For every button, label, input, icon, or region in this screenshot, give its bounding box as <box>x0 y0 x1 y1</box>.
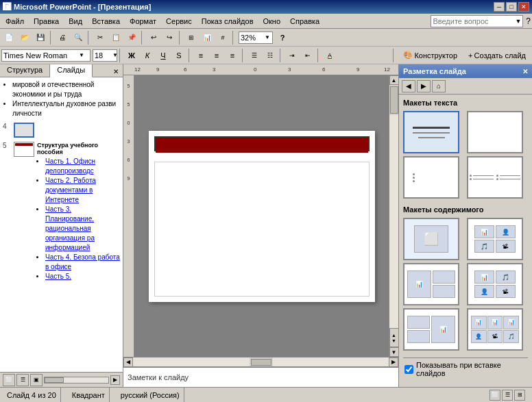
menu-slideshow[interactable]: Показ слайдов <box>197 16 258 27</box>
show-checkbox[interactable] <box>404 365 413 374</box>
new-slide-button[interactable]: + Создать слайд <box>463 49 531 62</box>
slide-item-5[interactable]: 5 Структура учебного пособия Часть 1. Оф… <box>1 140 121 283</box>
minimize-button[interactable]: ─ <box>494 2 505 12</box>
layout-c4-cell3: 👤 <box>474 285 494 298</box>
increase-indent[interactable]: ⇥ <box>285 48 300 63</box>
sidebar-view-normal[interactable]: ⬜ <box>3 374 15 386</box>
decrease-indent[interactable]: ⇤ <box>300 48 315 63</box>
layout-title[interactable] <box>403 111 459 153</box>
layout-line-short <box>418 137 445 138</box>
menu-window[interactable]: Окно <box>259 16 285 27</box>
view-outline-button[interactable]: ☰ <box>502 390 513 401</box>
menu-tools[interactable]: Сервис <box>162 16 196 27</box>
sidebar-view-slide[interactable]: ▣ <box>30 374 43 386</box>
undo-button[interactable]: ↩ <box>146 30 161 45</box>
font-dropdown-icon[interactable]: ▼ <box>79 52 84 58</box>
layout-two-col[interactable] <box>467 156 523 199</box>
slide-5-link-2[interactable]: Часть 2. Работа документами в Интернете <box>45 177 96 203</box>
underline-button[interactable]: Ч <box>156 48 171 63</box>
scroll-split[interactable]: ▲ ▼ <box>389 328 399 347</box>
grid-button[interactable]: # <box>215 30 230 45</box>
list-button[interactable]: ☰ <box>247 48 262 63</box>
panel-home-button[interactable]: ⌂ <box>432 80 446 92</box>
preview-button[interactable]: 🔍 <box>71 30 86 45</box>
panel-close-button[interactable]: ✕ <box>522 68 528 75</box>
scroll-left-button[interactable]: ◀ <box>123 357 133 367</box>
align-center-button[interactable]: ≡ <box>209 48 224 63</box>
menu-format[interactable]: Формат <box>125 16 160 27</box>
align-right-button[interactable]: ≡ <box>225 48 240 63</box>
save-button[interactable]: 💾 <box>33 30 48 45</box>
sidebar-scroll-right[interactable]: ▶ <box>110 375 120 385</box>
scroll-down-button[interactable]: ▼ <box>389 347 399 357</box>
layout-c2-cell1: 📊 <box>474 225 494 238</box>
menu-edit[interactable]: Правка <box>29 16 63 27</box>
sidebar-close-button[interactable]: ✕ <box>110 66 121 77</box>
table-button[interactable]: ⊞ <box>184 30 199 45</box>
notes-area[interactable]: Заметки к слайду <box>123 366 398 387</box>
size-input[interactable] <box>95 51 112 60</box>
menu-view[interactable]: Вид <box>64 16 86 27</box>
zoom-dropdown-icon[interactable]: ▼ <box>265 34 270 40</box>
layout-blank[interactable] <box>467 111 523 153</box>
layout-bullets[interactable] <box>403 156 459 199</box>
sidebar-scrollbar-thumb[interactable] <box>45 377 64 383</box>
scroll-up-button[interactable]: ▲ <box>389 75 399 85</box>
chart-button[interactable]: 📊 <box>200 30 215 45</box>
shadow-button[interactable]: S <box>171 48 186 63</box>
font-input[interactable] <box>3 51 79 60</box>
font-color-button[interactable]: A <box>322 48 337 63</box>
bold-button[interactable]: Ж <box>124 48 139 63</box>
layout-col-right-line-2 <box>496 178 520 180</box>
layout-content-4[interactable]: 📊 🎵 👤 📽 <box>467 263 523 305</box>
paste-button[interactable]: 📌 <box>124 30 139 45</box>
scroll-right-button[interactable]: ▶ <box>389 357 398 367</box>
open-button[interactable]: 📂 <box>17 30 32 45</box>
num-list-button[interactable]: ☷ <box>263 48 278 63</box>
menu-insert[interactable]: Вставка <box>88 16 124 27</box>
tab-structure[interactable]: Структура <box>0 64 50 77</box>
layout-content-3[interactable]: 📊 <box>403 263 459 305</box>
italic-button[interactable]: К <box>140 48 155 63</box>
slide-5-link-5[interactable]: Часть 5. <box>45 273 71 280</box>
slide-canvas[interactable] <box>149 131 375 302</box>
help-button[interactable]: ? <box>275 30 290 45</box>
copy-button[interactable]: 📋 <box>108 30 123 45</box>
slide-5-bullet-4: Часть 4. Безопа работа в офисе <box>45 253 120 272</box>
sidebar-view-outline[interactable]: ☰ <box>16 374 29 386</box>
panel-forward-button[interactable]: ▶ <box>417 80 431 92</box>
scrollbar-thumb-h[interactable] <box>251 359 271 366</box>
tab-slides[interactable]: Слайды <box>50 64 93 77</box>
menu-help[interactable]: Справка <box>286 16 324 27</box>
view-slidesorter-button[interactable]: ⊞ <box>514 390 525 401</box>
print-button[interactable]: 🖨 <box>55 30 70 45</box>
design-button[interactable]: 🎨 Конструктор <box>398 49 462 62</box>
layout-content-2-grid: 📊 👤 🎵 📽 <box>474 225 516 253</box>
search-input[interactable] <box>431 17 513 25</box>
slide-5-link-1[interactable]: Часть 1. Офисн делопроизводс <box>45 158 95 175</box>
bullet-item-1: мировой и отечественной экономики и ры т… <box>12 80 119 99</box>
menubar: Файл Правка Вид Вставка Формат Сервис По… <box>0 14 532 29</box>
layout-content-6[interactable]: 📊 📊 📊 👤 📽 🎵 <box>467 308 523 351</box>
help-icon[interactable]: ? <box>526 16 531 26</box>
size-dropdown-icon[interactable]: ▼ <box>112 52 118 58</box>
new-button[interactable]: 📄 <box>1 30 16 45</box>
close-button[interactable]: ✕ <box>518 2 529 12</box>
layout-content-2[interactable]: 📊 👤 🎵 📽 <box>467 218 523 260</box>
menu-file[interactable]: Файл <box>1 16 28 27</box>
view-normal-button[interactable]: ⬜ <box>489 390 500 401</box>
slide-item-4[interactable]: 4 <box>1 121 121 139</box>
zoom-input[interactable] <box>241 34 265 42</box>
slide-5-link-3[interactable]: Часть 3. Планирование, рациональная орга… <box>45 205 95 251</box>
slide-5-link-4[interactable]: Часть 4. Безопа работа в офисе <box>45 253 120 271</box>
layout-content-5[interactable]: 📊 <box>403 308 459 351</box>
panel-back-button[interactable]: ◀ <box>402 80 415 92</box>
redo-button[interactable]: ↪ <box>162 30 177 45</box>
cut-button[interactable]: ✂ <box>93 30 108 45</box>
align-left-button[interactable]: ≡ <box>193 48 208 63</box>
layout-content-1[interactable]: ⬜ <box>403 218 459 260</box>
scrollbar-thumb-v[interactable] <box>390 86 398 114</box>
location-info: Квадрант <box>68 388 110 402</box>
maximize-button[interactable]: □ <box>506 2 517 12</box>
search-dropdown-icon[interactable]: ▼ <box>513 18 522 25</box>
